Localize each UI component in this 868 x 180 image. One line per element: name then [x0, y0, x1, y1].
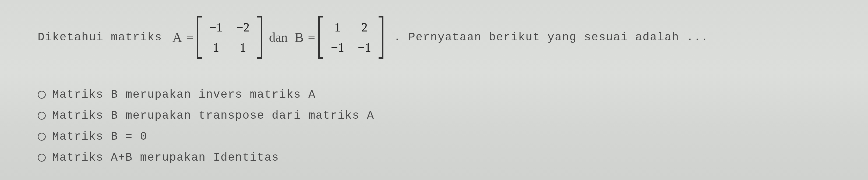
matrix-a-r2c1: 1 — [209, 40, 223, 55]
matrix-b-r1c2: 2 — [358, 20, 371, 35]
dan-text: dan — [269, 30, 288, 45]
matrix-a-name: A — [172, 29, 182, 46]
matrix-a-r1c1: −1 — [209, 20, 223, 35]
option-d-label: Matriks A+B merupakan Identitas — [52, 151, 279, 164]
matrix-b: B = 1 2 −1 −1 — [294, 16, 383, 59]
matrix-a-r2c2: 1 — [236, 40, 250, 55]
question-stem: Diketahui matriks A = −1 −2 1 1 dan B = … — [38, 16, 836, 59]
radio-icon[interactable] — [38, 154, 46, 162]
matrix-a-r1c2: −2 — [236, 20, 250, 35]
equals-sign: = — [186, 30, 194, 45]
matrix-b-r2c1: −1 — [331, 40, 344, 55]
radio-icon[interactable] — [38, 91, 46, 99]
option-d[interactable]: Matriks A+B merupakan Identitas — [38, 151, 836, 164]
question-suffix: . Pernyataan berikut yang sesuai adalah … — [394, 31, 708, 44]
matrix-b-r1c1: 1 — [331, 20, 344, 35]
matrix-b-r2c2: −1 — [358, 40, 371, 55]
radio-icon[interactable] — [38, 112, 46, 120]
bracket-left — [197, 16, 202, 59]
matrix-a-cells: −1 −2 1 1 — [202, 16, 257, 59]
matrix-b-cells: 1 2 −1 −1 — [323, 16, 379, 59]
option-b[interactable]: Matriks B merupakan transpose dari matri… — [38, 109, 836, 122]
options-list: Matriks B merupakan invers matriks A Mat… — [38, 88, 836, 164]
equals-sign: = — [308, 30, 315, 45]
option-c[interactable]: Matriks B = 0 — [38, 130, 836, 143]
option-c-label: Matriks B = 0 — [52, 130, 148, 143]
question-prefix: Diketahui matriks — [38, 31, 162, 44]
matrix-a: A = −1 −2 1 1 — [172, 16, 262, 59]
bracket-left — [318, 16, 323, 59]
matrix-b-name: B — [294, 29, 304, 46]
option-b-label: Matriks B merupakan transpose dari matri… — [52, 109, 374, 122]
question-block: Diketahui matriks A = −1 −2 1 1 dan B = … — [0, 0, 868, 175]
option-a[interactable]: Matriks B merupakan invers matriks A — [38, 88, 836, 101]
option-a-label: Matriks B merupakan invers matriks A — [52, 88, 316, 101]
bracket-right — [379, 16, 383, 59]
radio-icon[interactable] — [38, 133, 46, 141]
bracket-right — [257, 16, 262, 59]
